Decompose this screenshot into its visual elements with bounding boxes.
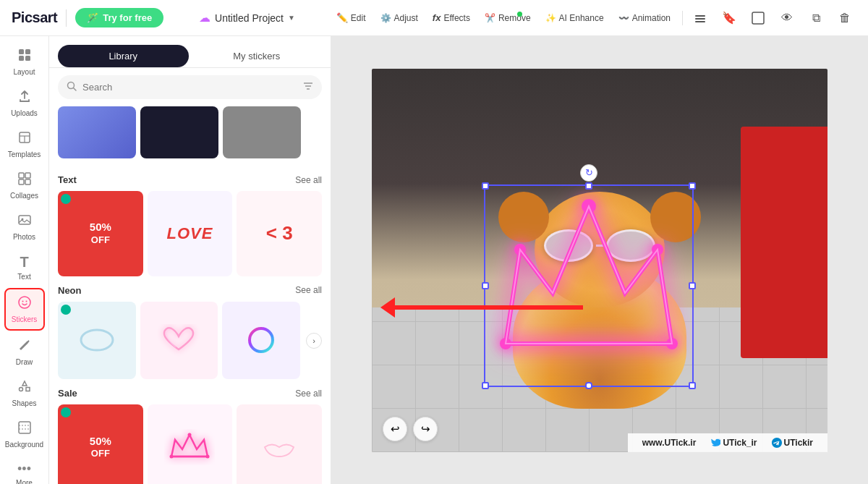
svg-point-34 — [188, 433, 192, 437]
top-sticker-scroll — [58, 106, 322, 163]
sidebar-item-templates[interactable]: Templates — [4, 124, 45, 164]
utick-twitter: UTick_ir — [710, 438, 757, 448]
stickers-icon — [17, 295, 32, 313]
edit-label: Edit — [351, 13, 366, 23]
header-action-icons: 🔖 👁 ⧉ 🗑 — [689, 7, 856, 30]
remove-icon: ✂️ — [485, 13, 495, 23]
svg-rect-12 — [25, 173, 30, 178]
sidebar-item-photos[interactable]: Photos — [4, 207, 45, 247]
sale-sticker-grid: 50%OFF — [58, 404, 322, 484]
scroll-sticker-2[interactable] — [140, 106, 218, 158]
scroll-sticker-1[interactable] — [58, 106, 136, 158]
svg-rect-6 — [19, 56, 24, 61]
scroll-sticker-3[interactable] — [223, 106, 301, 158]
crop-icon[interactable] — [746, 7, 770, 30]
eraser-icon[interactable]: 🔖 — [718, 7, 741, 30]
text-icon: T — [20, 254, 28, 271]
love-text: LOVE — [167, 224, 213, 243]
main-content: Layout Uploads Templates Collages Photos — [0, 36, 868, 484]
utick-telegram: UTickir — [772, 438, 813, 448]
canvas-image[interactable]: ↻ — [372, 69, 827, 452]
sticker-crown-pink[interactable] — [148, 404, 233, 484]
svg-point-33 — [170, 455, 174, 459]
see-all-sale[interactable]: See all — [295, 389, 322, 399]
sticker-50off[interactable]: 50%OFF — [58, 191, 143, 276]
project-name[interactable]: ☁ Untitled Project ▼ — [199, 11, 295, 25]
svg-rect-2 — [695, 21, 705, 22]
uploads-icon — [17, 89, 32, 107]
edit-icon: ✏️ — [336, 12, 348, 23]
section-header-text: Text See all — [58, 174, 322, 185]
sidebar-item-uploads[interactable]: Uploads — [4, 83, 45, 123]
tab-library[interactable]: Library — [58, 45, 189, 67]
sticker-neon-circle[interactable] — [222, 302, 300, 380]
sticker-heart-text[interactable]: < 3 — [237, 191, 322, 276]
adjust-label: Adjust — [394, 13, 418, 23]
project-name-text: Untitled Project — [215, 12, 284, 24]
sidebar-item-more-tools[interactable]: ••• More Tools — [4, 456, 45, 484]
sidebar-item-background[interactable]: Background — [4, 415, 45, 454]
sidebar: Layout Uploads Templates Collages Photos — [0, 36, 49, 484]
svg-rect-15 — [19, 216, 30, 224]
search-input[interactable] — [82, 82, 297, 93]
logo-text: Picsart — [12, 9, 57, 26]
sidebar-item-collages[interactable]: Collages — [4, 166, 45, 205]
rotate-handle[interactable]: ↻ — [580, 164, 597, 182]
sidebar-item-layout[interactable]: Layout — [4, 42, 45, 82]
animation-button[interactable]: 〰️ Animation — [613, 9, 676, 27]
scroll-right-chevron[interactable]: › — [306, 333, 322, 349]
sidebar-photos-label: Photos — [13, 233, 35, 241]
magic-wand-icon: 🪄 — [87, 12, 98, 23]
try-free-button[interactable]: 🪄 Try for free — [75, 8, 163, 27]
ai-enhance-button[interactable]: ✨ AI Enhance — [540, 9, 610, 27]
sticker-sale-50off[interactable]: 50%OFF — [58, 404, 143, 484]
duplicate-icon[interactable]: ⧉ — [804, 7, 827, 30]
sticker-neon-oval[interactable] — [58, 302, 136, 380]
svg-line-27 — [74, 88, 77, 91]
sidebar-templates-label: Templates — [8, 150, 41, 158]
svg-rect-23 — [19, 422, 30, 433]
filter-icon[interactable] — [303, 81, 313, 93]
canvas-area: ↻ — [331, 36, 868, 484]
edit-button[interactable]: ✏️ Edit — [331, 8, 372, 27]
tab-my-stickers[interactable]: My stickers — [192, 45, 323, 67]
sidebar-item-stickers[interactable]: Stickers — [4, 288, 45, 331]
sidebar-item-draw[interactable]: Draw — [4, 332, 45, 372]
50off-2-text: 50%OFF — [90, 436, 111, 459]
logo: Picsart — [12, 9, 57, 26]
effects-button[interactable]: fx Effects — [427, 8, 476, 27]
panel: Library My stickers Text See al — [49, 36, 331, 484]
sidebar-collages-label: Collages — [10, 192, 38, 200]
delete-icon[interactable]: 🗑 — [833, 7, 856, 30]
see-all-text[interactable]: See all — [295, 175, 322, 185]
heart-text: < 3 — [266, 222, 293, 245]
sticker-love[interactable]: LOVE — [148, 191, 233, 276]
remove-button[interactable]: ✂️ Remove — [479, 9, 537, 27]
see-all-neon[interactable]: See all — [295, 285, 322, 295]
svg-rect-4 — [19, 49, 24, 54]
header-center: ☁ Untitled Project ▼ — [172, 11, 322, 25]
layers-icon[interactable] — [689, 7, 712, 30]
sidebar-uploads-label: Uploads — [11, 109, 38, 117]
section-title-neon: Neon — [58, 285, 82, 296]
eye-icon[interactable]: 👁 — [775, 7, 799, 30]
chevron-down-icon: ▼ — [288, 14, 295, 22]
sticker-selection-container[interactable]: ↻ — [484, 184, 694, 387]
adjust-icon: ⚙️ — [380, 13, 391, 23]
sticker-lips-pink[interactable] — [237, 404, 322, 484]
try-free-label: Try for free — [103, 12, 152, 23]
sidebar-item-text[interactable]: T Text — [4, 248, 45, 286]
sidebar-text-label: Text — [17, 273, 30, 281]
redo-button[interactable]: ↪ — [413, 417, 438, 441]
undo-button[interactable]: ↩ — [383, 417, 407, 441]
adjust-button[interactable]: ⚙️ Adjust — [375, 9, 424, 27]
sticker-neon-heart[interactable] — [140, 302, 218, 380]
svg-rect-7 — [25, 56, 30, 61]
sidebar-item-shapes[interactable]: Shapes — [4, 373, 45, 413]
photos-icon — [17, 213, 32, 231]
search-icon — [67, 81, 77, 93]
sticker-badge-2 — [61, 305, 71, 315]
layout-icon — [17, 48, 32, 66]
sidebar-stickers-label: Stickers — [12, 315, 38, 323]
sidebar-shapes-label: Shapes — [12, 399, 37, 407]
